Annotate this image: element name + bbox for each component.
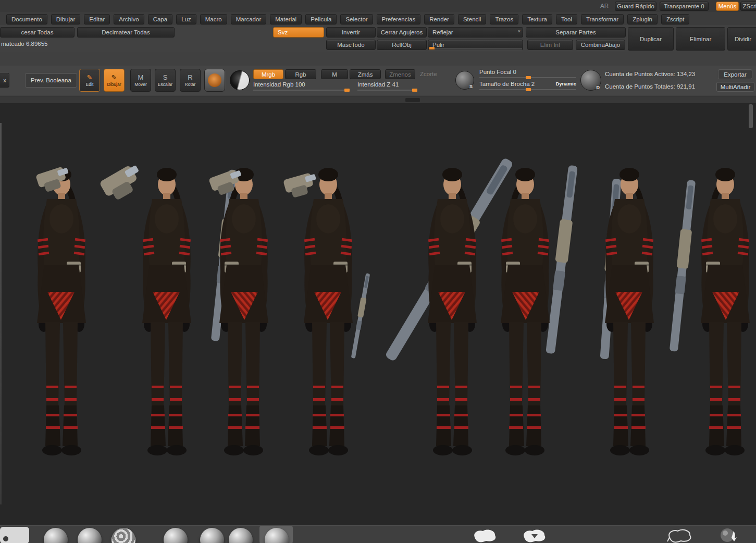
intensidad-z-slider[interactable]: Intensidad Z 41 bbox=[357, 81, 416, 91]
pulir-slider[interactable]: Pulir ○ bbox=[428, 40, 523, 50]
sculptris-icon: S bbox=[469, 84, 473, 89]
brush-thumb-3[interactable] bbox=[111, 528, 135, 543]
intensidad-rgb-slider[interactable]: Intensidad Rgb 100 bbox=[253, 81, 348, 91]
draw-icon: ✎ bbox=[111, 74, 117, 81]
brush-thumb-1[interactable] bbox=[44, 528, 68, 543]
multianadir-button[interactable]: MultiAñadir bbox=[716, 82, 754, 92]
menu-preferencias[interactable]: Preferencias bbox=[377, 14, 421, 24]
puntos-activos-count: Cuenta de Puntos Activos: 134,23 bbox=[605, 71, 695, 77]
mover-button[interactable]: M Mover bbox=[130, 69, 151, 92]
eliminar-button[interactable]: Eliminar bbox=[676, 27, 725, 51]
menu-zplugin[interactable]: Zplugin bbox=[627, 14, 658, 24]
duplicar-button[interactable]: Duplicar bbox=[628, 27, 674, 51]
menu-render[interactable]: Render bbox=[424, 14, 454, 24]
cut-left-button[interactable]: x bbox=[0, 73, 9, 88]
tamano-brocha-label: Tamaño de Brocha 2 bbox=[479, 81, 535, 87]
menu-archivo[interactable]: Archivo bbox=[114, 14, 144, 24]
elim-inf-button[interactable]: Elim Inf bbox=[527, 40, 573, 50]
menu-material[interactable]: Material bbox=[270, 14, 302, 24]
dividir-button[interactable]: Dividir bbox=[727, 27, 756, 51]
menu-editar[interactable]: Editar bbox=[84, 14, 110, 24]
procesar-todas-button[interactable]: cesar Todas bbox=[0, 27, 75, 38]
punto-focal-label: Punto Focal 0 bbox=[479, 69, 516, 75]
menu-capa[interactable]: Capa bbox=[148, 14, 173, 24]
pulir-track bbox=[429, 48, 522, 50]
transparente-track bbox=[661, 10, 708, 11]
menu-textura[interactable]: Textura bbox=[522, 14, 552, 24]
zscript-strip-button[interactable]: ZScri bbox=[740, 2, 756, 11]
punto-focal-slider[interactable]: Punto Focal 0 bbox=[479, 69, 576, 78]
model-viewport-render bbox=[0, 103, 756, 525]
rotate-view-icon[interactable] bbox=[713, 527, 742, 543]
menu-pelicula[interactable]: Pelicula bbox=[305, 14, 337, 24]
current-brush-thumbnail[interactable] bbox=[204, 69, 225, 92]
dynamesh-toggle[interactable]: D bbox=[580, 70, 601, 91]
menu-stencil[interactable]: Stencil bbox=[458, 14, 487, 24]
rellobj-button[interactable]: RellObj bbox=[377, 40, 427, 50]
horizontal-scrollbar-handle[interactable] bbox=[405, 98, 420, 102]
reflejar-button[interactable]: Reflejar × bbox=[428, 27, 523, 38]
intensidad-z-label: Intensidad Z 41 bbox=[357, 81, 399, 88]
sculptris-pro-toggle[interactable]: S bbox=[455, 71, 474, 90]
horizontal-scrollbar[interactable] bbox=[0, 96, 756, 103]
menu-dibujar[interactable]: Dibujar bbox=[51, 14, 80, 24]
invertir-button[interactable]: Invertir bbox=[326, 27, 376, 38]
dibujar-button[interactable]: ✎ Dibujar bbox=[104, 69, 125, 92]
tool-row: x Prev. Booleana ✎ Edit ✎ Dibujar M Move… bbox=[0, 66, 756, 95]
tamano-brocha-handle[interactable] bbox=[526, 88, 531, 91]
rotar-button[interactable]: R Rotar bbox=[180, 69, 201, 92]
menu-zscript[interactable]: Zscript bbox=[661, 14, 690, 24]
cerrar-agujeros-button[interactable]: Cerrar Agujeros bbox=[377, 27, 427, 38]
m-button[interactable]: M bbox=[321, 69, 348, 79]
transparente-slider[interactable]: Transparente 0 bbox=[660, 2, 709, 11]
decimatear-todas-button[interactable]: Decimatear Todas bbox=[77, 27, 175, 38]
edit-label: Edit bbox=[86, 82, 94, 87]
menu-tool[interactable]: Tool bbox=[556, 14, 577, 24]
tamano-brocha-slider[interactable]: Tamaño de Brocha 2 Dynamic bbox=[479, 81, 576, 90]
prev-booleana-button[interactable]: Prev. Booleana bbox=[25, 73, 77, 88]
active-brush-thumbnail[interactable] bbox=[0, 527, 29, 543]
brush-thumb-4[interactable] bbox=[164, 528, 188, 543]
menu-transformar[interactable]: Transformar bbox=[581, 14, 624, 24]
current-material-sphere[interactable] bbox=[230, 70, 250, 90]
brush-thumb-6[interactable] bbox=[229, 528, 253, 543]
menus-button[interactable]: Menús bbox=[716, 2, 739, 11]
escalar-button[interactable]: S Escalar bbox=[155, 69, 176, 92]
intensidad-z-handle[interactable] bbox=[412, 89, 417, 92]
menu-selector[interactable]: Selector bbox=[340, 14, 373, 24]
combina-abajo-button[interactable]: CombinaAbajo bbox=[576, 40, 625, 50]
zcorte-button[interactable]: Zcorte bbox=[420, 71, 437, 77]
menu-marcador[interactable]: Marcador bbox=[231, 14, 267, 24]
rgb-button[interactable]: Rgb bbox=[285, 69, 316, 79]
menu-trazos[interactable]: Trazos bbox=[490, 14, 518, 24]
intensidad-rgb-handle[interactable] bbox=[344, 89, 350, 92]
dynamic-mode-label[interactable]: Dynamic bbox=[555, 81, 576, 87]
mover-label: Mover bbox=[134, 82, 147, 87]
zmas-button[interactable]: Zmás bbox=[350, 69, 381, 79]
smooth-brush-icon[interactable] bbox=[521, 528, 548, 543]
viewport-canvas[interactable] bbox=[0, 103, 756, 525]
mirror-axis-icon[interactable]: × bbox=[518, 29, 520, 34]
menu-documento[interactable]: Documento bbox=[6, 14, 47, 24]
svz-button[interactable]: Svz bbox=[273, 27, 324, 38]
masctodo-button[interactable]: MascTodo bbox=[326, 40, 376, 50]
brush-thumb-2[interactable] bbox=[78, 528, 102, 543]
intensidad-rgb-track bbox=[253, 90, 348, 91]
intensidad-rgb-label: Intensidad Rgb 100 bbox=[253, 81, 305, 88]
separar-partes-button[interactable]: Separar Partes bbox=[526, 27, 626, 38]
mrgb-button[interactable]: Mrgb bbox=[253, 69, 283, 79]
edit-button[interactable]: ✎ Edit bbox=[79, 69, 100, 92]
exportar-button[interactable]: Exportar bbox=[718, 69, 752, 79]
menu-luz[interactable]: Luz bbox=[176, 14, 196, 24]
brush-thumb-5[interactable] bbox=[200, 528, 224, 543]
move-icon: M bbox=[138, 74, 144, 81]
pulir-handle[interactable] bbox=[429, 47, 435, 50]
guard-rapido-button[interactable]: Guard Rápido bbox=[615, 2, 656, 11]
vertical-scrollbar-handle[interactable] bbox=[749, 104, 753, 128]
mask-brush-icon[interactable] bbox=[472, 528, 499, 543]
zmenos-button[interactable]: Zmenos bbox=[385, 69, 415, 79]
lasso-select-icon[interactable] bbox=[665, 528, 693, 543]
title-strip: AR Guard Rápido Transparente 0 Menús ZSc… bbox=[0, 0, 756, 13]
menu-macro[interactable]: Macro bbox=[200, 14, 227, 24]
punto-focal-handle[interactable] bbox=[526, 76, 531, 79]
